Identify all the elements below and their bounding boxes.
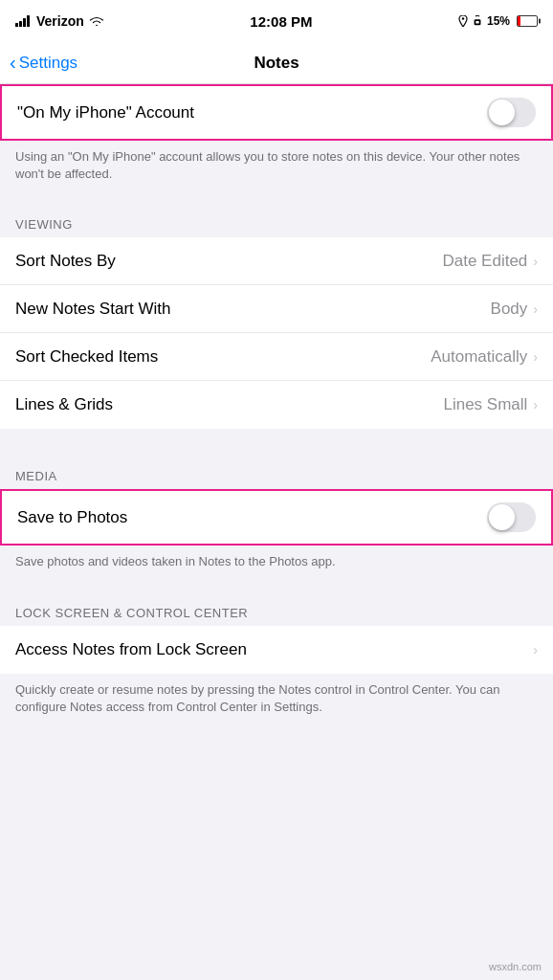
save-to-photos-section: Save to Photos [0, 489, 553, 546]
watermark: wsxdn.com [489, 961, 542, 972]
access-notes-value: › [533, 642, 538, 657]
svg-rect-0 [15, 23, 18, 27]
sort-notes-row[interactable]: Sort Notes By Date Edited › [0, 237, 553, 285]
lines-grids-value-text: Lines Small [443, 395, 527, 414]
on-my-iphone-row[interactable]: "On My iPhone" Account [2, 86, 551, 139]
battery-icon [517, 15, 538, 27]
sort-notes-label: Sort Notes By [15, 252, 116, 271]
location-icon [458, 15, 468, 27]
signal-icon [15, 15, 32, 27]
on-my-iphone-description: Using an "On My iPhone" account allows y… [0, 141, 553, 196]
lock-screen-description: Quickly create or resume notes by pressi… [0, 674, 553, 729]
lines-grids-chevron-icon: › [533, 397, 538, 412]
lines-grids-value: Lines Small › [443, 395, 538, 414]
lock-screen-section-header: LOCK SCREEN & CONTROL CENTER [0, 585, 553, 626]
svg-rect-1 [19, 21, 22, 27]
access-notes-chevron-icon: › [533, 642, 538, 657]
status-right: 15% [458, 14, 538, 28]
svg-rect-2 [23, 18, 26, 27]
viewing-section-header: VIEWING [0, 196, 553, 237]
new-notes-label: New Notes Start With [15, 300, 171, 319]
nav-bar: ‹ Settings Notes [0, 42, 553, 84]
rotation-lock-icon [473, 15, 482, 27]
new-notes-chevron-icon: › [533, 301, 538, 317]
status-time: 12:08 PM [250, 13, 312, 30]
save-to-photos-toggle-knob [489, 504, 515, 530]
new-notes-value: Body › [491, 300, 538, 319]
save-to-photos-label: Save to Photos [17, 508, 127, 527]
status-bar: Verizon 12:08 PM 15% [0, 0, 553, 42]
sort-notes-value-text: Date Edited [442, 252, 527, 271]
viewing-section: Sort Notes By Date Edited › New Notes St… [0, 237, 553, 429]
media-section-header: MEDIA [0, 448, 553, 489]
svg-point-4 [462, 17, 464, 19]
status-left: Verizon [15, 13, 104, 29]
media-space [0, 429, 553, 448]
on-my-iphone-section: "On My iPhone" Account [0, 84, 553, 141]
new-notes-row[interactable]: New Notes Start With Body › [0, 285, 553, 333]
svg-rect-6 [476, 21, 478, 24]
lock-screen-section: Access Notes from Lock Screen › [0, 626, 553, 674]
sort-checked-label: Sort Checked Items [15, 347, 158, 367]
lines-grids-label: Lines & Grids [15, 395, 113, 414]
back-chevron-icon: ‹ [10, 52, 16, 74]
access-notes-row[interactable]: Access Notes from Lock Screen › [0, 626, 553, 674]
wifi-icon [89, 15, 104, 27]
save-to-photos-row[interactable]: Save to Photos [2, 491, 551, 544]
sort-checked-value: Automatically › [431, 347, 538, 367]
on-my-iphone-label: "On My iPhone" Account [17, 103, 194, 122]
sort-checked-row[interactable]: Sort Checked Items Automatically › [0, 333, 553, 381]
sort-notes-chevron-icon: › [533, 254, 538, 269]
access-notes-label: Access Notes from Lock Screen [15, 640, 247, 659]
battery-percent-label: 15% [487, 14, 510, 28]
new-notes-value-text: Body [491, 300, 528, 319]
sort-notes-value: Date Edited › [442, 252, 538, 271]
save-to-photos-description: Save photos and videos taken in Notes to… [0, 546, 553, 584]
back-button[interactable]: ‹ Settings [10, 53, 77, 74]
sort-checked-chevron-icon: › [533, 349, 538, 365]
sort-checked-value-text: Automatically [431, 347, 527, 367]
toggle-knob [489, 100, 515, 125]
save-to-photos-toggle[interactable] [487, 502, 536, 532]
back-label: Settings [19, 54, 77, 73]
lines-grids-row[interactable]: Lines & Grids Lines Small › [0, 381, 553, 429]
on-my-iphone-toggle[interactable] [487, 98, 536, 127]
page-title: Notes [254, 54, 299, 73]
battery-fill [518, 16, 520, 26]
svg-rect-3 [27, 15, 30, 27]
carrier-label: Verizon [36, 13, 84, 29]
content: "On My iPhone" Account Using an "On My i… [0, 84, 553, 748]
